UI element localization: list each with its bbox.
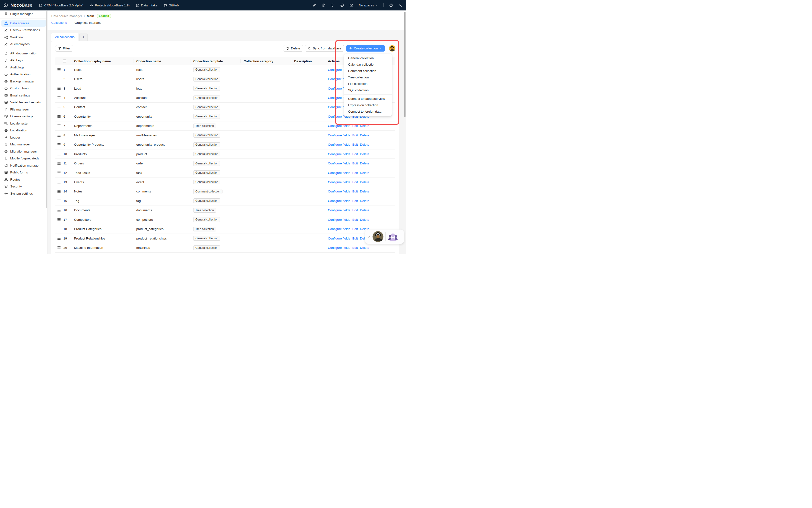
nocobase-logo[interactable]: NocoBase — [0, 2, 36, 8]
sidebar-item-authentication[interactable]: Authentication — [1, 71, 46, 78]
sidebar-item-locale-tester[interactable]: Locale tester — [1, 120, 46, 127]
delete-link[interactable]: Delete — [360, 171, 369, 175]
configure-fields-link[interactable]: Configure fields — [328, 162, 350, 165]
delete-link[interactable]: Delete — [360, 124, 369, 128]
edit-link[interactable]: Edit — [352, 152, 358, 156]
breadcrumb-section[interactable]: Data source manager — [51, 14, 82, 18]
settings-icon[interactable] — [322, 3, 326, 7]
sidebar-item-public-forms[interactable]: Public forms — [1, 169, 46, 176]
sidebar-item-localization[interactable]: Localization — [1, 127, 46, 134]
delete-link[interactable]: Delete — [360, 189, 369, 193]
menu-item-connect-to-database-view[interactable]: Connect to database view — [344, 95, 392, 102]
menu-item-calendar-collection[interactable]: Calendar collection — [344, 61, 392, 68]
menu-item-general-collection[interactable]: General collection — [344, 55, 392, 61]
sidebar-item-license-settings[interactable]: License settings — [1, 113, 46, 120]
edit-link[interactable]: Edit — [352, 143, 358, 146]
edit-link[interactable]: Edit — [352, 227, 358, 231]
drag-handle-icon[interactable] — [57, 181, 60, 183]
highlighter-icon[interactable] — [313, 3, 316, 7]
tab-all-collections[interactable]: All collections — [51, 33, 78, 41]
drag-handle-icon[interactable] — [57, 96, 60, 99]
sidebar-item-audit-logs[interactable]: Audit logs — [1, 64, 46, 71]
drag-handle-icon[interactable] — [57, 209, 60, 211]
sidebar-item-custom-brand[interactable]: Custom brand — [1, 85, 46, 92]
nav-link-data-intake[interactable]: Data Intake — [136, 4, 157, 7]
drag-handle-icon[interactable] — [57, 162, 60, 165]
drag-handle-icon[interactable] — [57, 78, 60, 80]
edit-link[interactable]: Edit — [352, 199, 358, 203]
sidebar-item-notification-manager[interactable]: Notification manager — [1, 162, 46, 169]
configure-fields-link[interactable]: Configure fields — [328, 199, 350, 203]
messages-icon[interactable] — [349, 3, 353, 7]
page-scrollbar[interactable] — [404, 12, 405, 117]
sidebar-item-backup-manager[interactable]: Backup manager — [1, 78, 46, 85]
configure-fields-link[interactable]: Configure fields — [328, 152, 350, 156]
menu-item-tree-collection[interactable]: Tree collection — [344, 74, 392, 81]
drag-handle-icon[interactable] — [57, 190, 60, 193]
edit-link[interactable]: Edit — [352, 180, 358, 184]
chevron-right-icon[interactable] — [368, 235, 371, 238]
edit-link[interactable]: Edit — [352, 124, 358, 128]
sidebar-item-data-sources[interactable]: Data sources — [1, 20, 46, 27]
nav-link-crm-nocobase-2-0-alpha[interactable]: CRM (NocoBase 2.0 alpha) — [39, 4, 83, 7]
configure-fields-link[interactable]: Configure fields — [328, 246, 350, 250]
drag-handle-icon[interactable] — [57, 115, 60, 118]
tasks-icon[interactable] — [340, 3, 344, 7]
configure-fields-link[interactable]: Configure fields — [328, 218, 350, 221]
nav-link-github[interactable]: GitHub — [163, 4, 179, 7]
delete-link[interactable]: Delete — [360, 246, 369, 250]
configure-fields-link[interactable]: Configure fields — [328, 237, 350, 240]
edit-link[interactable]: Edit — [352, 208, 358, 212]
sidebar-item-variables-and-secrets[interactable]: Variables and secrets — [1, 99, 46, 106]
drag-handle-icon[interactable] — [57, 134, 60, 137]
spaces-dropdown[interactable]: No spaces — [359, 4, 378, 7]
sidebar-item-mobile-deprecated[interactable]: Mobile (deprecated) — [1, 155, 46, 162]
ai-team-avatar[interactable] — [387, 231, 398, 242]
configure-fields-link[interactable]: Configure fields — [328, 189, 350, 193]
menu-item-expression-collection[interactable]: Expression collection — [344, 102, 392, 108]
sidebar-item-file-manager[interactable]: File manager — [1, 106, 46, 113]
nav-link-projects-nocobase-1-9[interactable]: Projects (NocoBase 1.9) — [90, 4, 130, 7]
sidebar-item-ai-employees[interactable]: AI employees — [1, 41, 46, 48]
user-avatar[interactable] — [389, 45, 395, 51]
edit-link[interactable]: Edit — [352, 218, 358, 221]
edit-link[interactable]: Edit — [352, 237, 358, 240]
sidebar-item-routes[interactable]: Routes — [1, 176, 46, 183]
menu-item-file-collection[interactable]: File collection — [344, 81, 392, 87]
sidebar-item-users-permissions[interactable]: Users & Permissions — [1, 27, 46, 34]
drag-handle-icon[interactable] — [57, 106, 60, 108]
select-all-checkbox[interactable] — [63, 59, 66, 63]
sidebar-item-api-keys[interactable]: API keys — [1, 57, 46, 64]
delete-link[interactable]: Delete — [360, 133, 369, 137]
sidebar-item-security[interactable]: Security — [1, 183, 46, 190]
configure-fields-link[interactable]: Configure fields — [328, 180, 350, 184]
configure-fields-link[interactable]: Configure fields — [328, 133, 350, 137]
drag-handle-icon[interactable] — [57, 218, 60, 221]
delete-link[interactable]: Delete — [360, 218, 369, 221]
drag-handle-icon[interactable] — [57, 69, 60, 71]
ai-employee-avatar[interactable] — [373, 231, 383, 242]
sidebar-item-system-settings[interactable]: System settings — [1, 190, 46, 197]
delete-button[interactable]: Delete — [283, 45, 303, 51]
edit-link[interactable]: Edit — [352, 133, 358, 137]
menu-item-sql-collection[interactable]: SQL collection — [344, 87, 392, 93]
sync-from-database-button[interactable]: Sync from database — [305, 45, 344, 51]
delete-link[interactable]: Delete — [360, 208, 369, 212]
delete-link[interactable]: Delete — [360, 143, 369, 146]
sidebar-item-logger[interactable]: Logger — [1, 134, 46, 141]
create-collection-button[interactable]: Create collection — [346, 45, 385, 51]
delete-link[interactable]: Delete — [360, 152, 369, 156]
notifications-icon[interactable] — [331, 3, 335, 7]
configure-fields-link[interactable]: Configure fields — [328, 227, 350, 231]
menu-item-connect-to-foreign-data[interactable]: Connect to foreign data — [344, 108, 392, 115]
tab-graphical-interface[interactable]: Graphical interface — [75, 21, 101, 26]
sidebar-item-map-manager[interactable]: Map manager — [1, 141, 46, 148]
sidebar-item-migration-manager[interactable]: Migration manager — [1, 148, 46, 155]
sidebar-item-email-settings[interactable]: Email settings — [1, 92, 46, 99]
delete-link[interactable]: Delete — [360, 199, 369, 203]
sidebar-item-api-documentation[interactable]: API documentation — [1, 50, 46, 57]
filter-button[interactable]: Filter — [55, 45, 73, 51]
add-collection-tab-button[interactable]: + — [79, 33, 88, 41]
drag-handle-icon[interactable] — [57, 153, 60, 156]
drag-handle-icon[interactable] — [57, 172, 60, 174]
